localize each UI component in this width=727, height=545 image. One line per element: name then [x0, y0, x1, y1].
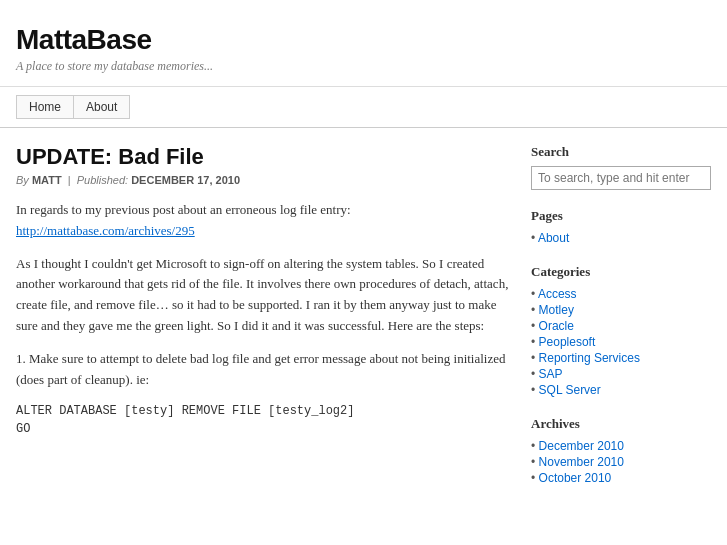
category-link[interactable]: Peoplesoft — [539, 335, 596, 349]
post-date: DECEMBER 17, 2010 — [131, 174, 240, 186]
post-author: MATT — [32, 174, 62, 186]
sidebar-archives-title: Archives — [531, 416, 711, 432]
categories-list: AccessMotleyOraclePeoplesoftReporting Se… — [531, 286, 711, 398]
post-title: UPDATE: Bad File — [16, 144, 511, 170]
post-code-block: ALTER DATABASE [testy] REMOVE FILE [test… — [16, 402, 511, 438]
category-link[interactable]: SAP — [539, 367, 563, 381]
page-wrapper: MattaBase A place to store my database m… — [0, 0, 727, 520]
list-item: October 2010 — [531, 470, 711, 486]
list-item: Oracle — [531, 318, 711, 334]
list-item: About — [531, 230, 711, 246]
list-item: Motley — [531, 302, 711, 318]
archive-link[interactable]: October 2010 — [539, 471, 612, 485]
main-content: UPDATE: Bad File By MATT | Published: DE… — [16, 144, 511, 504]
sidebar: Search Pages About Categories AccessMotl… — [531, 144, 711, 504]
author-label: By — [16, 174, 29, 186]
nav-item-home[interactable]: Home — [16, 95, 73, 119]
post-paragraph-3: 1. Make sure to attempt to delete bad lo… — [16, 349, 511, 391]
sidebar-pages-title: Pages — [531, 208, 711, 224]
published-label: Published: — [77, 174, 128, 186]
post-meta: By MATT | Published: DECEMBER 17, 2010 — [16, 174, 511, 186]
category-link[interactable]: SQL Server — [539, 383, 601, 397]
site-title: MattaBase — [16, 24, 711, 56]
list-item: Peoplesoft — [531, 334, 711, 350]
sidebar-categories-title: Categories — [531, 264, 711, 280]
list-item: Reporting Services — [531, 350, 711, 366]
list-item: SQL Server — [531, 382, 711, 398]
list-item: Access — [531, 286, 711, 302]
list-item: November 2010 — [531, 454, 711, 470]
nav-link-home[interactable]: Home — [16, 95, 73, 119]
search-input[interactable] — [531, 166, 711, 190]
sidebar-pages-section: Pages About — [531, 208, 711, 246]
archives-list: December 2010November 2010October 2010 — [531, 438, 711, 486]
pages-link-about[interactable]: About — [538, 231, 569, 245]
category-link[interactable]: Oracle — [539, 319, 574, 333]
category-link[interactable]: Motley — [539, 303, 574, 317]
site-tagline: A place to store my database memories... — [16, 59, 711, 74]
post-body: In regards to my previous post about an … — [16, 200, 511, 438]
list-item: December 2010 — [531, 438, 711, 454]
sidebar-search-title: Search — [531, 144, 711, 160]
nav-list: Home About — [16, 95, 711, 119]
pages-list: About — [531, 230, 711, 246]
post-paragraph-1: In regards to my previous post about an … — [16, 200, 511, 242]
post-paragraph-2: As I thought I couldn't get Microsoft to… — [16, 254, 511, 337]
sidebar-search-section: Search — [531, 144, 711, 190]
content-wrapper: UPDATE: Bad File By MATT | Published: DE… — [0, 128, 727, 520]
archive-link[interactable]: December 2010 — [539, 439, 624, 453]
post-link[interactable]: http://mattabase.com/archives/295 — [16, 223, 195, 238]
archive-link[interactable]: November 2010 — [539, 455, 624, 469]
sidebar-categories-section: Categories AccessMotleyOraclePeoplesoftR… — [531, 264, 711, 398]
site-header: MattaBase A place to store my database m… — [0, 0, 727, 87]
list-item: SAP — [531, 366, 711, 382]
category-link[interactable]: Reporting Services — [539, 351, 640, 365]
category-link[interactable]: Access — [538, 287, 577, 301]
main-nav: Home About — [0, 87, 727, 128]
nav-item-about[interactable]: About — [73, 95, 130, 119]
sidebar-archives-section: Archives December 2010November 2010Octob… — [531, 416, 711, 486]
nav-link-about[interactable]: About — [73, 95, 130, 119]
